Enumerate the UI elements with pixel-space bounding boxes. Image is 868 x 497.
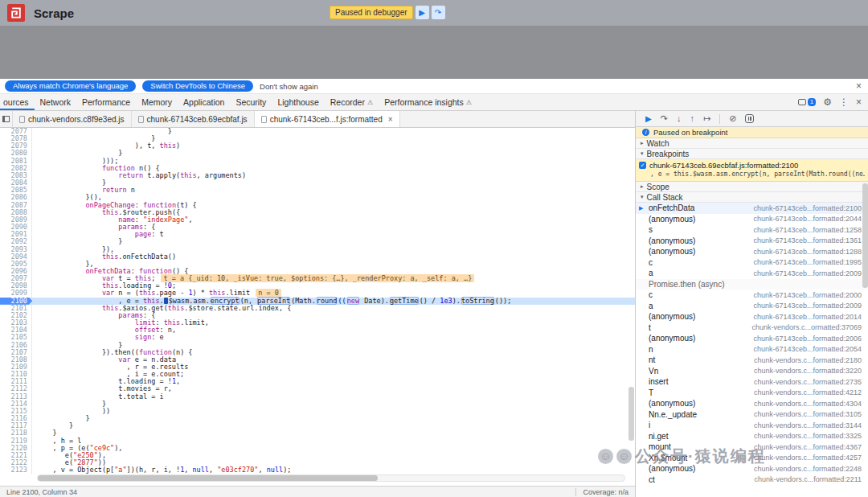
- breakpoints-section-header[interactable]: ▾ Breakpoints: [636, 149, 868, 159]
- call-stack-frame[interactable]: Vnchunk-vendors.c...formatted:3220: [636, 366, 868, 377]
- call-stack-frame[interactable]: (anonymous)chunk-vendors.c...formatted:2…: [636, 463, 868, 474]
- call-stack-frame[interactable]: nchunk-67143ceb...formatted:2054: [636, 344, 868, 355]
- devtools-tab-performance[interactable]: Performance: [76, 94, 136, 110]
- call-stack-frame[interactable]: (anonymous)chunk-vendors.c...formatted:4…: [636, 398, 868, 409]
- site-logo-icon: [7, 4, 25, 22]
- call-stack-frame[interactable]: Promise.then (async): [636, 279, 868, 290]
- call-stack-frame[interactable]: achunk-67143ceb...formatted:2009: [636, 268, 868, 279]
- inline-breakpoint-candidate[interactable]: getTime: [390, 297, 419, 305]
- call-stack-frame[interactable]: ▶onFetchDatachunk-67143ceb...formatted:2…: [636, 203, 868, 214]
- sidebar-scrollbar[interactable]: [862, 127, 868, 497]
- frame-name: c: [649, 258, 653, 267]
- call-stack-frame[interactable]: ntchunk-vendors.c...formatted:2180: [636, 355, 868, 366]
- file-tab[interactable]: chunk-vendors.c8f9e3ed.js: [13, 111, 132, 127]
- step-over-icon[interactable]: ↷: [661, 114, 668, 123]
- call-stack-frame[interactable]: (anonymous)chunk-67143ceb...formatted:20…: [636, 214, 868, 225]
- tab-label: Lighthouse: [277, 97, 318, 107]
- code-editor[interactable]: 2077}2078}2079), t, this)2080}2081)));20…: [0, 128, 635, 486]
- settings-gear-icon[interactable]: ⚙: [823, 97, 832, 107]
- breakpoint-entry[interactable]: ✓ chunk-67143ceb.69ecbfaf.js:formatted:2…: [636, 159, 868, 182]
- code-line: 2105sign: e: [0, 334, 635, 341]
- more-options-icon[interactable]: ⋮: [839, 97, 849, 107]
- step-over-button[interactable]: ↷: [432, 6, 445, 19]
- callstack-section-header[interactable]: ▾ Call Stack: [636, 192, 868, 203]
- token: );: [283, 466, 291, 474]
- devtools-tab-performance-insights[interactable]: Performance insights⚠: [379, 94, 477, 110]
- frame-name: s: [649, 225, 653, 234]
- breakpoint-checkbox[interactable]: ✓: [639, 162, 646, 169]
- step-out-icon[interactable]: ↑: [690, 114, 694, 123]
- frame-location: chunk-vendors.c...formatted:3144: [747, 421, 862, 429]
- call-stack-frame[interactable]: cchunk-67143ceb...formatted:2000: [636, 290, 868, 301]
- call-stack-frame[interactable]: (anonymous)chunk-67143ceb...formatted:20…: [636, 311, 868, 322]
- call-stack-frame[interactable]: mountchunk-vendors.c...formatted:4367: [636, 442, 868, 453]
- dont-show-again-button[interactable]: Don't show again: [260, 82, 318, 91]
- call-stack-frame[interactable]: (anonymous)chunk-67143ceb...formatted:13…: [636, 236, 868, 247]
- tab-label: Security: [235, 97, 266, 107]
- editor-vertical-scrollbar[interactable]: [628, 129, 634, 468]
- call-stack-frame[interactable]: tchunk-vendors.c...ormatted:37069: [636, 322, 868, 334]
- sidebar-scrollbar-thumb[interactable]: [862, 183, 868, 288]
- breakpoints-label: Breakpoints: [647, 150, 690, 158]
- close-tab-icon[interactable]: ×: [388, 115, 393, 124]
- horizontal-scrollbar-thumb[interactable]: [38, 475, 378, 481]
- call-stack-frame[interactable]: ctchunk-vendors.c...formatted:2211: [636, 474, 868, 486]
- call-stack-frame[interactable]: insertchunk-vendors.c...formatted:2735: [636, 376, 868, 388]
- code-line: 2114}: [0, 400, 635, 408]
- show-navigator-icon[interactable]: [0, 111, 13, 127]
- file-tab[interactable]: chunk-67143ceb.69ecbfaf.js: [132, 111, 255, 127]
- pause-on-exceptions-icon[interactable]: [745, 114, 754, 123]
- token: t.apply(: [143, 171, 180, 179]
- resume-execution-icon[interactable]: ▶: [645, 115, 652, 123]
- file-tab[interactable]: chunk-67143ceb...f.js:formatted×: [255, 111, 400, 127]
- code-text: return n: [32, 187, 135, 194]
- devtools-tab-network[interactable]: Network: [35, 94, 77, 110]
- console-messages-badge[interactable]: 1: [798, 98, 816, 106]
- deactivate-breakpoints-icon[interactable]: ⊘: [729, 114, 736, 123]
- frame-location: chunk-vendors.c...formatted:4304: [747, 400, 862, 408]
- watch-section-header[interactable]: ▸ Watch: [636, 138, 868, 149]
- devtools-tab-ources[interactable]: ources: [0, 94, 35, 110]
- watch-label: Watch: [647, 139, 669, 148]
- devtools-tab-lighthouse[interactable]: Lighthouse: [272, 94, 324, 110]
- frame-name: t: [649, 323, 651, 332]
- frame-name: onFetchData: [649, 203, 694, 212]
- frame-location: chunk-vendors.c...formatted:4257: [747, 454, 862, 462]
- call-stack-frame[interactable]: Xn.$mountchunk-vendors.c...formatted:425…: [636, 453, 868, 464]
- chevron-down-icon: ▾: [641, 194, 644, 200]
- line-number[interactable]: 2099: [0, 290, 32, 297]
- scope-section-header[interactable]: ▸ Scope: [636, 182, 868, 192]
- call-stack-frame[interactable]: Tchunk-vendors.c...formatted:4212: [636, 388, 868, 399]
- line-number[interactable]: 2100: [0, 298, 32, 305]
- match-language-button[interactable]: Always match Chrome's language: [5, 80, 136, 92]
- step-icon[interactable]: ↦: [703, 114, 710, 123]
- infobar-close-icon[interactable]: ×: [856, 80, 862, 92]
- resume-script-button[interactable]: ▶: [416, 6, 429, 19]
- inline-breakpoint-candidate[interactable]: round: [317, 297, 338, 305]
- editor-vertical-scrollbar-thumb[interactable]: [628, 387, 634, 441]
- inline-breakpoint-candidate[interactable]: toString: [461, 297, 494, 305]
- token: 1e3: [440, 297, 452, 305]
- close-devtools-icon[interactable]: ×: [856, 97, 862, 107]
- inline-value-preview: n = 0: [256, 289, 281, 297]
- line-number[interactable]: 2123: [0, 466, 32, 474]
- inline-breakpoint-candidate[interactable]: new: [347, 297, 359, 305]
- call-stack-frame[interactable]: ni.getchunk-vendors.c...formatted:3325: [636, 431, 868, 442]
- devtools-tab-memory[interactable]: Memory: [136, 94, 178, 110]
- call-stack-frame[interactable]: ichunk-vendors.c...formatted:3144: [636, 420, 868, 431]
- call-stack-frame[interactable]: (anonymous)chunk-67143ceb...formatted:12…: [636, 246, 868, 257]
- call-stack-frame[interactable]: schunk-67143ceb...formatted:1258: [636, 224, 868, 236]
- code-text: },: [32, 261, 94, 268]
- call-stack-frame[interactable]: (anonymous)chunk-67143ceb...formatted:20…: [636, 333, 868, 344]
- call-stack-frame[interactable]: achunk-67143ceb...formatted:2009: [636, 301, 868, 312]
- token: page: [135, 230, 151, 238]
- devtools-tab-security[interactable]: Security: [230, 94, 272, 110]
- devtools-tab-recorder[interactable]: Recorder⚠: [325, 94, 379, 110]
- horizontal-scrollbar[interactable]: [37, 474, 625, 482]
- call-stack-frame[interactable]: Nn.e._updatechunk-vendors.c...formatted:…: [636, 409, 868, 421]
- code-line: 2084}: [0, 179, 635, 187]
- switch-chinese-button[interactable]: Switch DevTools to Chinese: [142, 80, 253, 92]
- devtools-tab-application[interactable]: Application: [178, 94, 230, 110]
- call-stack-frame[interactable]: cchunk-67143ceb...formatted:1995: [636, 257, 868, 269]
- step-into-icon[interactable]: ↓: [677, 114, 682, 123]
